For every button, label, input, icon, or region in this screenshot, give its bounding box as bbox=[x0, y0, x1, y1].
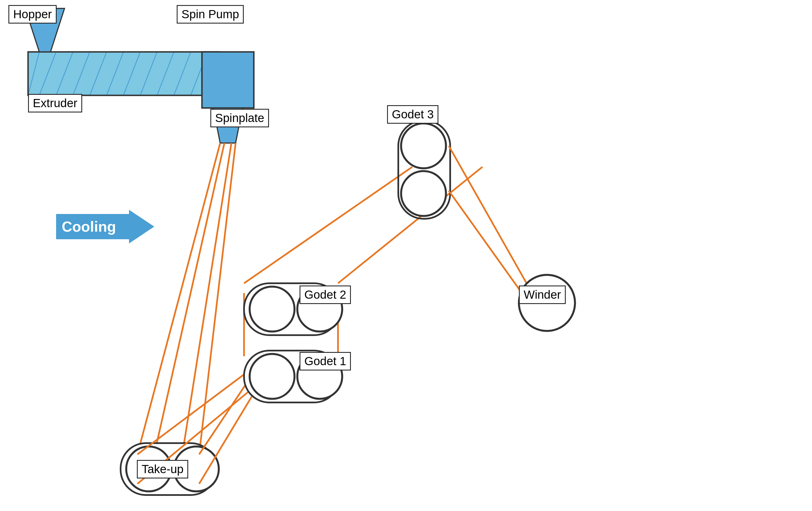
cooling-arrow: Cooling bbox=[56, 210, 154, 243]
svg-point-34 bbox=[250, 287, 294, 331]
diagram-svg bbox=[0, 0, 812, 511]
svg-rect-0 bbox=[28, 52, 219, 95]
svg-line-36 bbox=[244, 167, 412, 283]
svg-line-25 bbox=[199, 382, 261, 484]
svg-rect-15 bbox=[202, 52, 254, 108]
extruder-label: Extruder bbox=[28, 94, 82, 113]
cooling-text: Cooling bbox=[62, 218, 116, 235]
takeup-label: Take-up bbox=[137, 460, 188, 478]
svg-line-26 bbox=[138, 362, 261, 454]
winder-label: Winder bbox=[519, 285, 566, 304]
cooling-arrow-head bbox=[129, 210, 154, 243]
svg-line-17 bbox=[138, 143, 220, 454]
hopper-label: Hopper bbox=[8, 5, 57, 24]
godet3-label: Godet 3 bbox=[387, 105, 438, 124]
cooling-arrow-body: Cooling bbox=[56, 214, 129, 239]
spin-pump-label: Spin Pump bbox=[177, 5, 244, 24]
cooling-arrow-container: Cooling bbox=[56, 210, 154, 243]
godet2-label: Godet 2 bbox=[299, 285, 351, 304]
spinplate-label: Spinplate bbox=[210, 109, 269, 127]
svg-line-41 bbox=[449, 146, 533, 295]
svg-point-39 bbox=[401, 171, 446, 216]
svg-point-38 bbox=[401, 123, 446, 168]
diagram-container: Hopper Extruder Spin Pump Spinplate Take… bbox=[0, 0, 812, 511]
godet1-label: Godet 1 bbox=[299, 352, 351, 370]
svg-point-29 bbox=[250, 354, 294, 399]
